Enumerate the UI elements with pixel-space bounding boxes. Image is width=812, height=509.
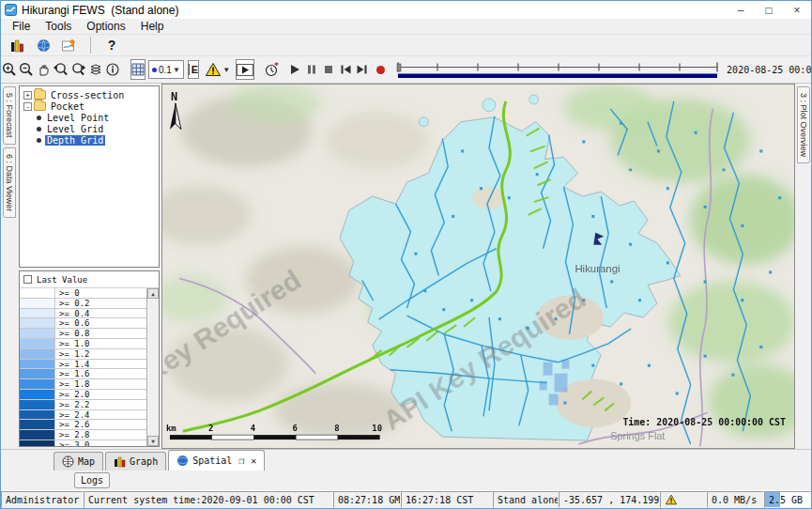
legend-row: >= 2.4 xyxy=(20,410,146,421)
legend-label: >= 0.6 xyxy=(55,318,90,328)
zoom-previous-icon xyxy=(53,62,69,77)
pause-button[interactable] xyxy=(305,59,318,80)
thresholds-dropdown[interactable]: ▼ xyxy=(203,60,232,79)
tree-item-level-grid[interactable]: Level Grid xyxy=(23,123,159,134)
menu-options[interactable]: Options xyxy=(79,19,132,34)
zoom-in-button[interactable] xyxy=(1,59,18,80)
close-button[interactable]: × xyxy=(783,1,811,19)
bar-chart-icon xyxy=(10,39,24,53)
layers-panel: + Cross-section - Pocket Level Point Lev… xyxy=(17,84,161,449)
tree-item-depth-grid[interactable]: Depth Grid xyxy=(23,134,159,146)
legend-label: >= 2.6 xyxy=(55,420,90,429)
legend-row: >= 3.0 xyxy=(20,440,146,446)
zoom-next-icon xyxy=(70,62,86,77)
value-threshold-dropdown[interactable]: 0.1 ▼ xyxy=(148,60,184,79)
legend-swatch xyxy=(20,299,55,308)
animation-button[interactable] xyxy=(236,59,254,80)
help-button[interactable]: ? xyxy=(101,35,122,55)
tree-item-label: Level Point xyxy=(45,113,111,123)
threshold-value: 0.1 xyxy=(159,65,172,75)
tab-spatial[interactable]: Spatial ❐ ✕ xyxy=(168,450,265,470)
tree-item-cross-section[interactable]: + Cross-section xyxy=(23,89,159,100)
menu-file[interactable]: File xyxy=(5,19,38,34)
labels-toggle-button[interactable]: E xyxy=(188,60,199,79)
legend-swatch xyxy=(20,369,55,378)
status-system-time: Current system time:2020-09-01 00:00 CST xyxy=(84,491,333,508)
tree-item-level-point[interactable]: Level Point xyxy=(23,112,159,123)
zoom-previous-button[interactable] xyxy=(52,59,69,80)
stop-icon xyxy=(323,64,334,75)
grid-display-button[interactable] xyxy=(130,59,146,80)
tab-logs[interactable]: Logs xyxy=(74,472,110,488)
status-download-speed: 0.0 MB/s xyxy=(707,491,764,508)
legend-row: >= 2.0 xyxy=(20,390,146,400)
expand-icon[interactable]: + xyxy=(23,91,32,100)
stop-button[interactable] xyxy=(322,59,335,80)
spatial-display-button[interactable] xyxy=(59,35,80,55)
archive-button[interactable] xyxy=(7,35,27,55)
timeline-handle[interactable] xyxy=(397,64,401,71)
movie-play-icon xyxy=(237,64,253,76)
hand-icon xyxy=(36,62,51,77)
info-button[interactable] xyxy=(104,59,121,80)
legend-swatch xyxy=(20,440,55,446)
wire-globe-icon xyxy=(62,455,74,468)
legend-scrollbar[interactable]: ▲ ▼ xyxy=(146,288,159,446)
skip-end-icon xyxy=(356,64,368,75)
legend-header: Last Value xyxy=(20,271,159,287)
step-start-button[interactable] xyxy=(339,59,353,80)
scroll-up-icon[interactable]: ▲ xyxy=(147,288,159,299)
right-tab-strip: 3 : Plot Overview xyxy=(795,84,811,449)
bullet-icon xyxy=(37,138,41,143)
tree-item-pocket[interactable]: - Pocket xyxy=(23,100,159,112)
application-window: Hikurangi FEWS (Stand alone) – □ × File … xyxy=(0,0,812,509)
map-display-button[interactable] xyxy=(33,35,54,55)
zoom-next-button[interactable] xyxy=(69,59,87,80)
map-viewport[interactable]: API Key Required API Key Required N Hiku… xyxy=(161,84,795,449)
tab-forecast[interactable]: 5 : Forecast xyxy=(3,86,16,145)
time-settings-button[interactable] xyxy=(264,59,281,80)
legend-label: >= 0.4 xyxy=(55,309,90,318)
legend-list: >= 0 >= 0.2 >= 0.4 xyxy=(20,288,146,446)
scroll-down-icon[interactable]: ▼ xyxy=(147,436,159,446)
status-coordinates: -35.657 , 174.199 xyxy=(559,491,660,508)
zoom-out-button[interactable] xyxy=(18,59,35,80)
menu-help[interactable]: Help xyxy=(133,19,172,34)
pan-button[interactable] xyxy=(35,59,52,80)
minimize-button[interactable]: – xyxy=(727,1,755,19)
legend-swatch xyxy=(20,349,55,359)
timeline-slider[interactable] xyxy=(394,60,721,79)
legend-row: >= 2.8 xyxy=(20,430,146,440)
layers-button[interactable] xyxy=(87,59,104,80)
tab-graph-label: Graph xyxy=(130,456,158,467)
step-end-button[interactable] xyxy=(355,59,369,80)
tab-plot-overview[interactable]: 3 : Plot Overview xyxy=(797,86,810,163)
legend-label: >= 1.4 xyxy=(55,360,90,369)
legend-row: >= 0.2 xyxy=(20,299,146,309)
maximize-button[interactable]: □ xyxy=(755,1,783,19)
undock-icon[interactable]: ❐ xyxy=(238,455,244,466)
legend-label: >= 0 xyxy=(55,288,80,298)
svg-text:4: 4 xyxy=(251,424,255,433)
status-alerts xyxy=(660,491,707,508)
status-local-time: 16:27:18 CST xyxy=(401,491,493,508)
tab-data-viewer[interactable]: 6 : Data Viewer xyxy=(3,147,16,218)
legend-label: >= 1.6 xyxy=(55,369,90,378)
record-button[interactable] xyxy=(375,59,387,80)
legend-swatch xyxy=(20,430,55,440)
tab-map[interactable]: Map xyxy=(54,452,103,470)
menu-tools[interactable]: Tools xyxy=(38,19,79,34)
close-tab-icon[interactable]: ✕ xyxy=(251,455,256,466)
tab-graph[interactable]: Graph xyxy=(105,452,166,470)
logs-tab-bar: Logs xyxy=(1,470,811,490)
chevron-down-icon: ▼ xyxy=(173,66,180,74)
window-controls: – □ × xyxy=(727,1,811,19)
menu-bar: File Tools Options Help xyxy=(1,19,811,35)
last-value-checkbox[interactable] xyxy=(23,275,32,284)
legend-swatch xyxy=(20,329,55,338)
legend-swatch xyxy=(20,379,55,389)
collapse-icon[interactable]: - xyxy=(23,102,32,111)
play-button[interactable] xyxy=(288,59,301,80)
legend-label: >= 3.0 xyxy=(55,440,90,446)
folder-icon xyxy=(34,90,46,100)
